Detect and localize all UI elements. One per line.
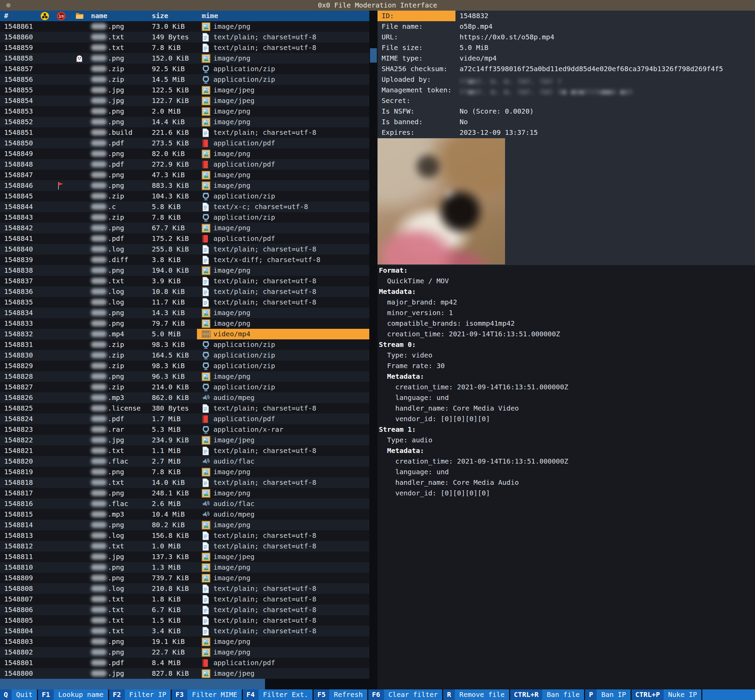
table-row[interactable]: 1548801.pdf8.4 MiBapplication/pdf [0, 658, 369, 668]
table-row[interactable]: 1548820.flac2.7 MiBaudio/flac [0, 456, 369, 467]
table-row[interactable]: 1548827.zip214.0 KiBapplication/zip [0, 382, 369, 392]
table-row[interactable]: 1548847.png47.3 KiBimage/png [0, 170, 369, 180]
table-row[interactable]: 1548844.c5.8 KiBtext/x-c; charset=utf-8 [0, 202, 369, 212]
statusbar-action-refresh[interactable]: F5Refresh [314, 689, 367, 700]
table-row[interactable]: 1548845.zip104.3 KiBapplication/zip [0, 191, 369, 202]
shortcut-key[interactable]: F1 [38, 689, 54, 700]
statusbar-action-filter-ext-[interactable]: F4Filter Ext. [243, 689, 313, 700]
table-row[interactable]: 1548850.pdf273.5 KiBapplication/pdf [0, 138, 369, 148]
table-row[interactable]: 1548831.zip98.3 KiBapplication/zip [0, 339, 369, 350]
table-row[interactable]: 1548805.txt1.5 KiBtext/plain; charset=ut… [0, 615, 369, 626]
horizontal-scrollbar-thumb[interactable] [0, 679, 265, 689]
table-row[interactable]: 1548819.png7.8 KiBimage/png [0, 467, 369, 477]
shortcut-label[interactable]: Clear filter [384, 689, 443, 700]
statusbar-action-lookup-name[interactable]: F1Lookup name [38, 689, 108, 700]
table-row[interactable]: 1548835.log11.7 KiBtext/plain; charset=u… [0, 297, 369, 308]
table-row[interactable]: 1548851.build221.6 KiBtext/plain; charse… [0, 127, 369, 138]
table-row[interactable]: 1548840.log255.8 KiBtext/plain; charset=… [0, 244, 369, 255]
table-row[interactable]: 1548849.png82.0 KiBimage/png [0, 148, 369, 159]
table-row[interactable]: 1548823.rar5.3 MiBapplication/x-rar [0, 424, 369, 435]
shortcut-key[interactable]: CTRL+R [510, 689, 542, 700]
shortcut-label[interactable]: Remove file [455, 689, 509, 700]
redacted-filename [91, 246, 107, 252]
vertical-scrollbar-thumb[interactable] [370, 48, 377, 62]
shortcut-key[interactable]: F4 [243, 689, 259, 700]
table-row[interactable]: 1548810.png1.3 MiBimage/png [0, 562, 369, 573]
table-row[interactable]: 1548824.pdf1.7 MiBapplication/pdf [0, 414, 369, 424]
statusbar-action-nuke-ip[interactable]: CTRL+PNuke IP [632, 689, 702, 700]
table-row[interactable]: 1548830.zip164.5 KiBapplication/zip [0, 350, 369, 361]
table-row[interactable]: 1548829.zip98.3 KiBapplication/zip [0, 361, 369, 371]
statusbar-action-remove-file[interactable]: RRemove file [443, 689, 509, 700]
table-row[interactable]: 1548855.jpg122.5 KiBimage/jpeg [0, 85, 369, 95]
shortcut-key[interactable]: Q [0, 689, 12, 700]
shortcut-key[interactable]: P [585, 689, 597, 700]
table-row[interactable]: 1548811.jpg137.3 KiBimage/jpeg [0, 552, 369, 562]
shortcut-key[interactable]: F2 [109, 689, 125, 700]
table-row[interactable]: 1548800.jpg827.8 KiBimage/jpeg [0, 668, 369, 679]
statusbar-action-clear-filter[interactable]: F6Clear filter [368, 689, 443, 700]
table-row[interactable]: 1548834.png14.3 KiBimage/png [0, 308, 369, 318]
shortcut-label[interactable]: Ban IP [597, 689, 630, 700]
table-row[interactable]: 1548813.log156.8 KiBtext/plain; charset=… [0, 530, 369, 541]
table-row[interactable]: 1548837.txt3.9 KiBtext/plain; charset=ut… [0, 276, 369, 286]
table-row[interactable]: 1548816.flac2.6 MiBaudio/flac [0, 498, 369, 509]
table-row[interactable]: 1548814.png80.2 KiBimage/png [0, 520, 369, 530]
table-row[interactable]: 1548860.txt149 Bytestext/plain; charset=… [0, 32, 369, 42]
shortcut-key[interactable]: CTRL+P [632, 689, 664, 700]
shortcut-label[interactable]: Ban file [542, 689, 584, 700]
table-row[interactable]: 1548852.png14.4 KiBimage/png [0, 117, 369, 127]
table-row[interactable]: 1548807.txt1.8 KiBtext/plain; charset=ut… [0, 594, 369, 605]
table-row[interactable]: 1548802.png22.7 KiBimage/png [0, 647, 369, 658]
table-row[interactable]: 1548826.mp3862.0 KiBaudio/mpeg [0, 392, 369, 403]
table-row[interactable]: 1548818.txt14.0 KiBtext/plain; charset=u… [0, 477, 369, 488]
table-row[interactable]: 1548859.txt7.8 KiBtext/plain; charset=ut… [0, 42, 369, 53]
table-row[interactable]: 1548817.png248.1 KiBimage/png [0, 488, 369, 498]
shortcut-label[interactable]: Lookup name [54, 689, 108, 700]
table-row[interactable]: 1548853.png2.0 MiBimage/png [0, 106, 369, 117]
statusbar-action-ban-file[interactable]: CTRL+RBan file [510, 689, 584, 700]
shortcut-label[interactable]: Quit [12, 689, 37, 700]
table-row[interactable]: 1548842.png67.7 KiBimage/png [0, 223, 369, 233]
table-row[interactable]: 1548857.zip92.5 KiBapplication/zip [0, 64, 369, 74]
redacted-filename [91, 267, 107, 273]
table-row[interactable]: 1548841.pdf175.2 KiBapplication/pdf [0, 233, 369, 244]
table-row[interactable]: 1548803.png19.1 KiBimage/png [0, 636, 369, 647]
table-row[interactable]: 1548861.png73.0 KiBimage/png [0, 21, 369, 32]
table-row[interactable]: 1548843.zip7.8 KiBapplication/zip [0, 212, 369, 223]
table-row[interactable]: 1548828.png96.3 KiBimage/png [0, 371, 369, 382]
table-row[interactable]: 1548812.txt1.0 MiBtext/plain; charset=ut… [0, 541, 369, 552]
table-row[interactable]: 1548806.txt6.7 KiBtext/plain; charset=ut… [0, 605, 369, 615]
table-row[interactable]: 1548856.zip14.5 MiBapplication/zip [0, 74, 369, 85]
shortcut-key[interactable]: R [443, 689, 455, 700]
shortcut-key[interactable]: F5 [314, 689, 329, 700]
table-row[interactable]: 1548825.license380 Bytestext/plain; char… [0, 403, 369, 414]
table-row[interactable]: 1548838.png194.0 KiBimage/png [0, 265, 369, 276]
table-row[interactable]: 1548846.png883.3 KiBimage/png [0, 180, 369, 191]
table-row[interactable]: 1548836.log10.8 KiBtext/plain; charset=u… [0, 286, 369, 297]
statusbar-action-quit[interactable]: QQuit [0, 689, 37, 700]
shortcut-key[interactable]: F6 [368, 689, 384, 700]
table-row[interactable]: 1548822.jpg234.9 KiBimage/jpeg [0, 435, 369, 445]
table-row[interactable]: 1548815.mp310.4 MiBaudio/mpeg [0, 509, 369, 520]
vertical-scrollbar-track[interactable] [369, 11, 378, 679]
table-row[interactable]: 1548839.diff3.8 KiBtext/x-diff; charset=… [0, 255, 369, 265]
shortcut-label[interactable]: Refresh [329, 689, 367, 700]
shortcut-key[interactable]: F3 [172, 689, 187, 700]
statusbar-action-filter-ip[interactable]: F2Filter IP [109, 689, 171, 700]
shortcut-label[interactable]: Nuke IP [664, 689, 701, 700]
table-row[interactable]: 1548858.png152.0 KiBimage/png [0, 53, 369, 64]
table-row[interactable]: 1548854.jpg122.7 KiBimage/jpeg [0, 95, 369, 106]
table-row[interactable]: 1548833.png79.7 KiBimage/png [0, 318, 369, 329]
table-row[interactable]: 1548808.log210.8 KiBtext/plain; charset=… [0, 583, 369, 594]
shortcut-label[interactable]: Filter IP [125, 689, 171, 700]
shortcut-label[interactable]: Filter Ext. [259, 689, 312, 700]
shortcut-label[interactable]: Filter MIME [187, 689, 242, 700]
table-row[interactable]: 1548804.txt3.4 KiBtext/plain; charset=ut… [0, 626, 369, 636]
table-row[interactable]: 1548809.png739.7 KiBimage/png [0, 573, 369, 583]
table-row[interactable]: 1548821.txt1.1 MiBtext/plain; charset=ut… [0, 445, 369, 456]
statusbar-action-filter-mime[interactable]: F3Filter MIME [172, 689, 242, 700]
table-row[interactable]: 1548832.mp45.0 MiBvideo/mp4 [0, 329, 369, 339]
statusbar-action-ban-ip[interactable]: PBan IP [585, 689, 630, 700]
table-row[interactable]: 1548848.pdf272.9 KiBapplication/pdf [0, 159, 369, 170]
